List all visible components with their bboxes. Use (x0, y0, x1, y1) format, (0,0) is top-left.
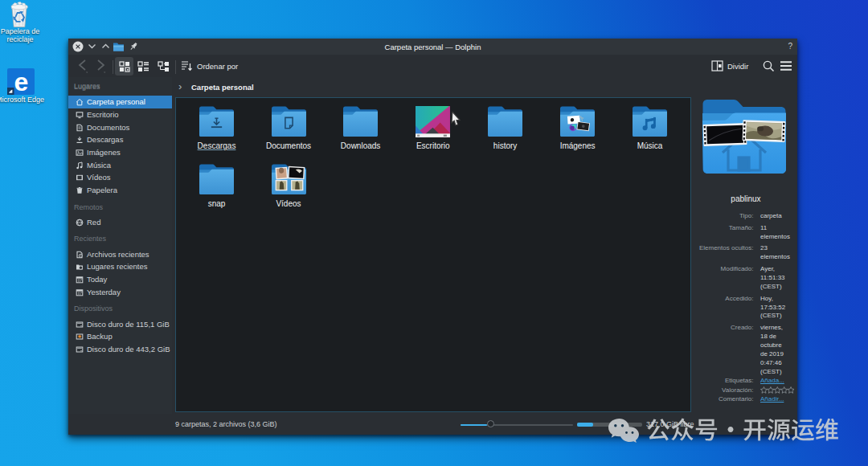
svg-text:e: e (14, 68, 29, 95)
